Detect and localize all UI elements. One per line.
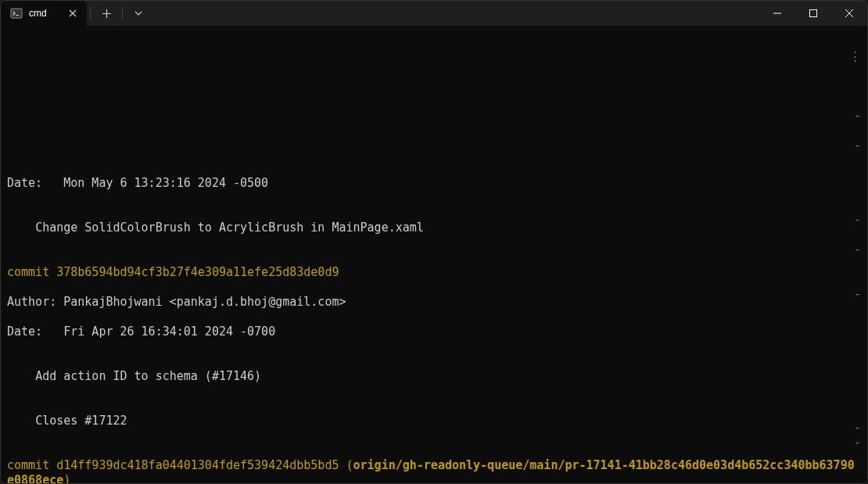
log-line: Change SolidColorBrush to AcrylicBrush i… (7, 220, 861, 235)
commit-line: commit d14ff939dc418fa04401304fdef539424… (7, 458, 861, 483)
log-line: Date: Fri Apr 26 16:34:01 2024 -0700 (7, 324, 861, 339)
tab-divider (122, 7, 123, 20)
tab-close-icon[interactable] (66, 7, 79, 20)
svg-rect-3 (810, 10, 817, 17)
minimize-button[interactable] (759, 1, 795, 26)
mark-icon: - (854, 109, 861, 124)
tab-divider (90, 7, 91, 20)
titlebar-drag-region[interactable] (151, 1, 759, 26)
log-line: Closes #17122 (7, 414, 861, 428)
commit-line: commit 378b6594bd94cf3b27f4e309a11efe25d… (7, 265, 861, 280)
terminal-output[interactable]: ⋮ - - - - - - - Date: Mon May 6 13:23:16… (1, 26, 867, 483)
mark-icon: - (854, 242, 861, 257)
titlebar: cmd (1, 1, 867, 26)
commit-paren: ) (63, 473, 70, 483)
app-window: cmd (0, 0, 868, 484)
tab-cmd[interactable]: cmd (1, 1, 87, 26)
svg-rect-0 (11, 9, 22, 18)
close-button[interactable] (831, 1, 867, 26)
terminal-icon (10, 7, 23, 20)
log-line: Add action ID to schema (#17146) (7, 369, 861, 384)
log-line: Author: PankajBhojwani <pankaj.d.bhoj@gm… (7, 295, 861, 310)
tab-dropdown-button[interactable] (126, 1, 151, 26)
window-controls (759, 1, 867, 26)
mark-icon: ⋮ (849, 49, 861, 64)
new-tab-button[interactable] (94, 1, 119, 26)
mark-icon: - (854, 138, 861, 153)
log-line: Date: Mon May 6 13:23:16 2024 -0500 (7, 176, 861, 191)
commit-hash: commit d14ff939dc418fa04401304fdef539424… (7, 458, 353, 472)
mark-icon: - (854, 436, 861, 450)
tab-actions (87, 1, 151, 26)
tab-title: cmd (29, 8, 60, 19)
maximize-button[interactable] (795, 1, 831, 26)
